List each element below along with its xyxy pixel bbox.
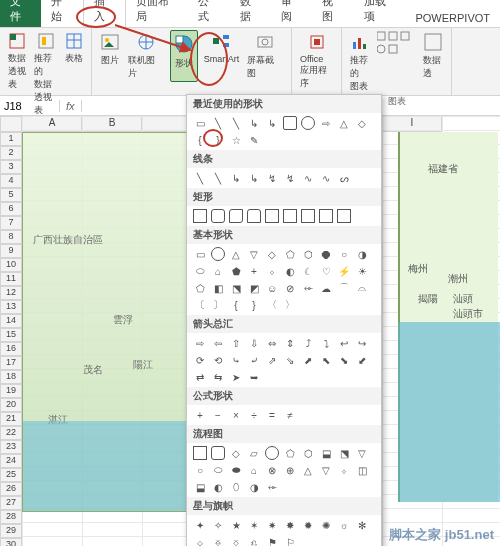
shape-brace[interactable]: } — [211, 133, 225, 147]
shape-arrow[interactable]: ⟲ — [211, 353, 225, 367]
shape-star[interactable]: ✷ — [265, 518, 279, 532]
shape-basic[interactable]: ⬰ — [301, 281, 315, 295]
row-head[interactable]: 5 — [0, 188, 22, 202]
shape-flow[interactable]: ⬬ — [229, 463, 243, 477]
shape-flow[interactable]: ▱ — [247, 446, 261, 460]
row-head[interactable]: 11 — [0, 272, 22, 286]
fx-label[interactable]: fx — [60, 100, 82, 112]
shape-rect[interactable] — [265, 209, 279, 223]
row-head[interactable]: 16 — [0, 342, 22, 356]
row-head[interactable]: 26 — [0, 482, 22, 496]
shape-star[interactable]: ✻ — [355, 518, 369, 532]
shape-basic[interactable]: ◩ — [247, 281, 261, 295]
shape-line[interactable]: ↯ — [283, 171, 297, 185]
shape-star[interactable]: ✧ — [211, 518, 225, 532]
row-head[interactable]: 27 — [0, 496, 22, 510]
shape-basic[interactable]: ⬭ — [193, 264, 207, 278]
shape-arrow[interactable]: ➥ — [247, 370, 261, 384]
shape-curve[interactable]: ∿ — [319, 171, 333, 185]
shape-arrow[interactable]: ⤵ — [319, 336, 333, 350]
shape-basic[interactable]: ▽ — [247, 247, 261, 261]
shape-basic[interactable]: ○ — [337, 247, 351, 261]
shape-basic[interactable]: ⚡ — [337, 264, 351, 278]
shape-eq[interactable]: + — [193, 408, 207, 422]
row-head[interactable]: 18 — [0, 370, 22, 384]
row-head[interactable]: 23 — [0, 440, 22, 454]
shape-star[interactable]: ✺ — [319, 518, 333, 532]
shape-flow[interactable] — [265, 446, 279, 460]
shape-star[interactable]: ✶ — [247, 518, 261, 532]
shape-rect[interactable] — [247, 209, 261, 223]
shape-basic[interactable] — [211, 247, 225, 261]
shape-flow[interactable]: ▽ — [355, 446, 369, 460]
shape-basic[interactable]: ▭ — [193, 247, 207, 261]
row-head[interactable]: 14 — [0, 314, 22, 328]
shape-basic[interactable]: ⯃ — [319, 247, 333, 261]
shape-flow[interactable]: ⬯ — [229, 480, 243, 494]
shape-arrow[interactable]: ⇄ — [193, 370, 207, 384]
shape-arrow[interactable]: ⇦ — [211, 336, 225, 350]
shape-arrow[interactable]: ⇔ — [265, 336, 279, 350]
shape-banner[interactable]: ⚑ — [265, 535, 279, 546]
shape-oval[interactable] — [301, 116, 315, 130]
shapes-button[interactable]: 形状 — [170, 30, 198, 82]
row-head[interactable]: 25 — [0, 468, 22, 482]
tab-view[interactable]: 视图 — [312, 0, 353, 27]
shape-eq[interactable]: ≠ — [283, 408, 297, 422]
shape-star[interactable]: ✦ — [193, 518, 207, 532]
shape-basic[interactable]: ⊘ — [283, 281, 297, 295]
shape-basic[interactable]: ⌂ — [211, 264, 225, 278]
row-head[interactable]: 12 — [0, 286, 22, 300]
shape-banner[interactable]: ⎑ — [211, 535, 225, 546]
shape-arrow[interactable]: ⬊ — [337, 353, 351, 367]
shape-arrow[interactable]: ⬋ — [355, 353, 369, 367]
shape-basic[interactable]: + — [247, 264, 261, 278]
shape-flow[interactable]: ○ — [193, 463, 207, 477]
shape-basic[interactable]: ♡ — [319, 264, 333, 278]
shape-freeform[interactable]: ✎ — [247, 133, 261, 147]
shape-eq[interactable]: ÷ — [247, 408, 261, 422]
shape-basic[interactable]: ⬠ — [283, 247, 297, 261]
shape-line[interactable]: ↯ — [265, 171, 279, 185]
shape-flow[interactable]: ⌂ — [247, 463, 261, 477]
shape-basic[interactable]: ☾ — [301, 264, 315, 278]
shape-basic[interactable]: ⬠ — [193, 281, 207, 295]
shape-flow[interactable]: ◫ — [355, 463, 369, 477]
shape-arrow[interactable]: ⬉ — [319, 353, 333, 367]
shape-flow[interactable]: ⊗ — [265, 463, 279, 477]
shape-basic[interactable]: △ — [229, 247, 243, 261]
row-head[interactable]: 7 — [0, 216, 22, 230]
shape-arrow[interactable]: ⤶ — [247, 353, 261, 367]
office-apps-button[interactable]: Office 应用程序 — [298, 30, 335, 92]
shape-basic[interactable]: ◧ — [211, 281, 225, 295]
shape-flow[interactable]: △ — [301, 463, 315, 477]
shape-flow[interactable] — [211, 446, 225, 460]
row-head[interactable]: 8 — [0, 230, 22, 244]
shape-flow[interactable]: ⬠ — [283, 446, 297, 460]
shape-basic[interactable]: ⬟ — [229, 264, 243, 278]
shape-basic[interactable]: { — [229, 298, 243, 312]
shape-rect[interactable] — [301, 209, 315, 223]
row-head[interactable]: 1 — [0, 132, 22, 146]
smartart-button[interactable]: SmartArt — [202, 30, 242, 82]
row-head[interactable]: 28 — [0, 510, 22, 524]
shape-basic[interactable]: } — [247, 298, 261, 312]
row-head[interactable]: 20 — [0, 398, 22, 412]
row-head[interactable]: 21 — [0, 412, 22, 426]
row-head[interactable]: 2 — [0, 146, 22, 160]
shape-connector[interactable]: ↳ — [247, 116, 261, 130]
tab-powerpivot[interactable]: POWERPIVOT — [405, 9, 500, 27]
screenshot-button[interactable]: 屏幕截图 — [245, 30, 285, 82]
shape-banner[interactable]: ⎐ — [193, 535, 207, 546]
shape-rect[interactable] — [337, 209, 351, 223]
row-head[interactable]: 30 — [0, 538, 22, 546]
row-head[interactable]: 19 — [0, 384, 22, 398]
shape-star[interactable]: ✸ — [283, 518, 297, 532]
shape-arrow[interactable]: ⇩ — [247, 336, 261, 350]
shape-arrow[interactable]: ⇕ — [283, 336, 297, 350]
row-head[interactable]: 4 — [0, 174, 22, 188]
shape-basic[interactable]: 〈 — [265, 298, 279, 312]
shape-arrow[interactable]: ⤴ — [301, 336, 315, 350]
shape-basic[interactable]: ☺ — [265, 281, 279, 295]
shape-line[interactable]: ╲ — [229, 116, 243, 130]
